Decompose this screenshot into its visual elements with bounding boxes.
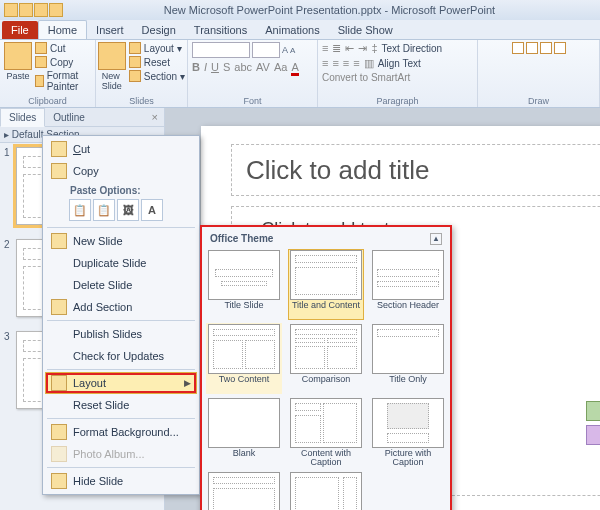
ctx-delete-slide[interactable]: Delete Slide xyxy=(45,274,197,296)
ctx-add-section[interactable]: Add Section xyxy=(45,296,197,318)
format-painter-button[interactable]: Format Painter xyxy=(35,70,91,92)
grow-font-button[interactable]: A xyxy=(282,45,288,55)
font-name-select[interactable] xyxy=(192,42,250,58)
strike-button[interactable]: S xyxy=(223,61,230,76)
bullets-button[interactable]: ≡ xyxy=(322,42,328,55)
layout-two-content[interactable]: Two Content xyxy=(206,323,282,394)
shadow-button[interactable]: abc xyxy=(234,61,252,76)
convert-smartart-button[interactable]: Convert to SmartArt xyxy=(322,72,410,83)
cut-icon xyxy=(51,141,67,157)
hide-slide-icon xyxy=(51,473,67,489)
ctx-check-updates[interactable]: Check for Updates xyxy=(45,345,197,367)
paste-opt-dest-theme[interactable]: 📋 xyxy=(69,199,91,221)
layout-gallery: Office Theme▴ Title Slide Title and Cont… xyxy=(200,225,452,510)
layout-content-caption[interactable]: Content with Caption xyxy=(288,397,364,468)
insert-table-icon[interactable] xyxy=(586,401,600,421)
new-slide-icon xyxy=(98,42,126,70)
title-placeholder[interactable]: Click to add title xyxy=(231,144,600,196)
layout-title-slide[interactable]: Title Slide xyxy=(206,249,282,320)
paste-opt-text[interactable]: A xyxy=(141,199,163,221)
layout-icon xyxy=(129,42,141,54)
outline-tab[interactable]: Outline xyxy=(45,109,93,126)
indent-inc-button[interactable]: ⇥ xyxy=(358,42,367,55)
group-label-clipboard: Clipboard xyxy=(28,95,67,107)
case-button[interactable]: Aa xyxy=(274,61,287,76)
ctx-publish-slides[interactable]: Publish Slides xyxy=(45,323,197,345)
layout-vertical-title-text[interactable]: Vertical Title and Text xyxy=(288,471,364,510)
content-insert-icons xyxy=(586,401,600,445)
tab-insert[interactable]: Insert xyxy=(87,21,133,39)
cut-button[interactable]: Cut xyxy=(35,42,91,54)
layout-title-vertical-text[interactable]: Title and Vertical Text xyxy=(206,471,282,510)
shape-arrow-icon[interactable] xyxy=(540,42,552,54)
ctx-layout[interactable]: Layout▶ xyxy=(45,372,197,394)
group-label-drawing: Draw xyxy=(528,95,549,107)
justify-button[interactable]: ≡ xyxy=(353,57,359,70)
layout-blank[interactable]: Blank xyxy=(206,397,282,468)
tab-slideshow[interactable]: Slide Show xyxy=(329,21,402,39)
app-icon xyxy=(4,3,18,17)
linespace-button[interactable]: ‡ xyxy=(371,42,377,55)
layout-picture-caption[interactable]: Picture with Caption xyxy=(370,397,446,468)
bold-button[interactable]: B xyxy=(192,61,200,76)
shape-oval-icon[interactable] xyxy=(526,42,538,54)
ribbon: Paste Cut Copy Format Painter Clipboard … xyxy=(0,40,600,108)
numbering-button[interactable]: ≣ xyxy=(332,42,341,55)
window-title: New Microsoft PowerPoint Presentation.pp… xyxy=(63,4,596,16)
layout-title-and-content[interactable]: Title and Content xyxy=(288,249,364,320)
paste-opt-picture[interactable]: 🖼 xyxy=(117,199,139,221)
align-text-button[interactable]: Align Text xyxy=(378,57,421,70)
columns-button[interactable]: ▥ xyxy=(364,57,374,70)
new-slide-button[interactable]: New Slide xyxy=(98,42,126,91)
layout-section-header[interactable]: Section Header xyxy=(370,249,446,320)
ctx-format-background[interactable]: Format Background... xyxy=(45,421,197,443)
layout-icon xyxy=(51,375,67,391)
layout-button[interactable]: Layout ▾ xyxy=(129,42,185,54)
indent-dec-button[interactable]: ⇤ xyxy=(345,42,354,55)
ctx-duplicate-slide[interactable]: Duplicate Slide xyxy=(45,252,197,274)
section-icon xyxy=(129,70,141,82)
ctx-hide-slide[interactable]: Hide Slide xyxy=(45,470,197,492)
layout-comparison[interactable]: Comparison xyxy=(288,323,364,394)
close-pane-button[interactable]: × xyxy=(146,109,164,125)
slides-tab[interactable]: Slides xyxy=(0,108,45,127)
italic-button[interactable]: I xyxy=(204,61,207,76)
align-right-button[interactable]: ≡ xyxy=(343,57,349,70)
qat-redo-icon[interactable] xyxy=(49,3,63,17)
tab-design[interactable]: Design xyxy=(133,21,185,39)
paste-opt-keep-source[interactable]: 📋 xyxy=(93,199,115,221)
ctx-photo-album: Photo Album... xyxy=(45,443,197,465)
text-direction-button[interactable]: Text Direction xyxy=(382,42,443,55)
tab-transitions[interactable]: Transitions xyxy=(185,21,256,39)
paste-icon xyxy=(4,42,32,70)
shape-rect-icon[interactable] xyxy=(512,42,524,54)
ctx-paste-options-header: Paste Options: xyxy=(45,182,197,197)
paste-button[interactable]: Paste xyxy=(4,42,32,81)
ctx-new-slide[interactable]: New Slide xyxy=(45,230,197,252)
tab-home[interactable]: Home xyxy=(38,20,87,39)
align-left-button[interactable]: ≡ xyxy=(322,57,328,70)
shape-line-icon[interactable] xyxy=(554,42,566,54)
ctx-cut[interactable]: Cut xyxy=(45,138,197,160)
underline-button[interactable]: U xyxy=(211,61,219,76)
section-button[interactable]: Section ▾ xyxy=(129,70,185,82)
ctx-reset-slide[interactable]: Reset Slide xyxy=(45,394,197,416)
shrink-font-button[interactable]: A xyxy=(290,46,295,55)
reset-button[interactable]: Reset xyxy=(129,56,185,68)
ctx-copy[interactable]: Copy xyxy=(45,160,197,182)
ribbon-tabs: File Home Insert Design Transitions Anim… xyxy=(0,20,600,40)
qat-undo-icon[interactable] xyxy=(34,3,48,17)
charspace-button[interactable]: AV xyxy=(256,61,270,76)
align-center-button[interactable]: ≡ xyxy=(332,57,338,70)
insert-picture-icon[interactable] xyxy=(586,425,600,445)
font-color-button[interactable]: A xyxy=(291,61,298,76)
layout-title-only[interactable]: Title Only xyxy=(370,323,446,394)
font-size-select[interactable] xyxy=(252,42,280,58)
tab-animations[interactable]: Animations xyxy=(256,21,328,39)
qat-save-icon[interactable] xyxy=(19,3,33,17)
group-label-paragraph: Paragraph xyxy=(376,95,418,107)
brush-icon xyxy=(35,75,44,87)
copy-button[interactable]: Copy xyxy=(35,56,91,68)
gallery-scroll-up[interactable]: ▴ xyxy=(430,233,442,245)
tab-file[interactable]: File xyxy=(2,21,38,39)
